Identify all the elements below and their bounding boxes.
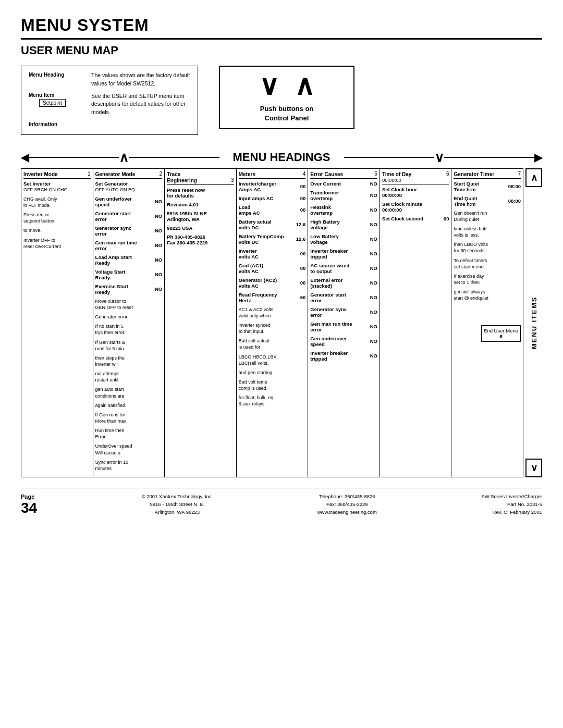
item-desc: for float, bulk, eq& aux relays (239, 394, 306, 407)
item-gen-undover: Gen under/overspeed NO (95, 196, 163, 208)
arrow-line-right2 (444, 157, 534, 158)
item-row: Voltage StartReady NO (95, 269, 163, 280)
item-no: NO (155, 286, 162, 292)
item-name: Over Current (310, 181, 368, 187)
item-press-red: Press red orsetpoint button (23, 212, 91, 225)
item-desc: To defeat timersset start = end. (454, 257, 521, 270)
item-row: Low Batteryvoltage NO (310, 233, 377, 245)
item-row: Generator starterror NO (310, 292, 377, 303)
item-no: NO (370, 181, 377, 187)
item-exercise-start: Exercise StartReady NO (95, 283, 163, 296)
item-no: NO (370, 309, 377, 315)
item-no: NO (155, 272, 162, 277)
item-name: Grid (AC1)volts AC (239, 263, 293, 274)
item-desc: inverter syncedto that input. (239, 322, 306, 335)
item-no: NO (370, 338, 377, 344)
item-desc: not attemptrestart until (95, 371, 163, 383)
item-name: External error(stacked) (310, 277, 368, 289)
legend-box: Menu Heading The values shown are the fa… (21, 66, 198, 135)
item-batt-temp-comp-used: Batt volt tempcomp is used. (239, 379, 306, 392)
end-user-menu-num: 8 (484, 334, 518, 339)
item-no: NO (370, 294, 377, 300)
item-row: Invertervolts AC 00 (239, 248, 306, 260)
page-subtitle: USER MENU MAP (21, 44, 542, 57)
item-exercise-day: If exercise dayset to 1 then (454, 273, 521, 287)
col-1-num: 1 (88, 171, 91, 177)
item-move-cursor: Move cursor toGEN OFF to reset (95, 298, 163, 312)
item-set-clock-hour: Set Clock hour00:00:00 (382, 187, 449, 199)
item-desc: again satisfied. (95, 402, 163, 409)
item-gen-sync-err: Generator syncerror NO (95, 225, 163, 238)
footer-center: © 2001 Xantrex Technology, Inc. 5916 - 1… (142, 492, 213, 516)
item-desc: LBCO,HBCO,LBX,LBC(sell volts, (239, 354, 306, 366)
item-name: Start QuietTime h:m (454, 181, 506, 192)
col-3-header: TraceEngineering 3 (167, 171, 234, 185)
item-desc: Batt volt actualis used for (239, 338, 306, 350)
item-batt-actual-used: Batt volt actualis used for (239, 338, 306, 351)
item-to-move: to move. (23, 227, 91, 235)
arrow-line-right (344, 157, 434, 158)
item-time-unless: time unless battvolts is less. (454, 226, 521, 239)
item-row: Gen under/overspeed NO (310, 336, 377, 347)
right-sidebar: ∧ MENU ITEMS ∨ (523, 168, 542, 477)
item-value: 12.6 (295, 236, 305, 242)
item-desc: Sync error in 10minutes (95, 459, 163, 472)
item-name: High Batteryvoltage (310, 219, 368, 230)
legend-desc-2: See the USER and SETUP menu item descrip… (91, 92, 190, 117)
item-row: External error(stacked) NO (310, 277, 377, 289)
item-desc: and gen starting (239, 369, 306, 376)
item-name: Set Inverter (23, 181, 91, 187)
item-row: Battery actualvolts DC 12.6 (239, 219, 306, 230)
footer-copyright: © 2001 Xantrex Technology, Inc. (142, 493, 213, 499)
item-inv-off: Inverter OFF toreset OverCurrent (23, 237, 91, 251)
item-row: Heatsinkovertemp NO (310, 204, 377, 216)
item-desc: time unless battvolts is less. (454, 226, 521, 238)
item-gen-auto-start: gen auto startconditions are (95, 386, 163, 400)
item-heatsink-overtemp: Heatsinkovertemp NO (310, 204, 377, 217)
item-desc: If Gen runs forMore than max (95, 412, 163, 424)
item-name: Set Clock minute00:00:00 (382, 201, 449, 213)
item-desc: AC1 & AC2 voltsvalid only when (239, 306, 306, 319)
item-gen-norun-quiet: Gen doesn't runDuring quiet (454, 210, 521, 224)
item-name: Revision 4.01 (167, 202, 234, 207)
item-grid-volts: Grid (AC1)volts AC 00 (239, 263, 306, 275)
item-phone: Ph 360-435-8826Fax 360-435-2229 (167, 234, 234, 246)
footer-fax-label: Fax: 360/435-2229 (326, 501, 368, 507)
item-no: NO (155, 199, 162, 204)
col-1-header: Inverter Mode 1 (23, 171, 91, 179)
col-4-header: Meters 4 (239, 171, 306, 179)
sidebar-up-arrow[interactable]: ∧ (525, 168, 542, 187)
item-set-inverter: Set Inverter OFF SRCH ON CHG (23, 181, 91, 194)
item-gen-maxrun-error: Gen max run timeerror NO (310, 321, 377, 334)
col-error-causes: Error Causes 5 Over Current NO Transform… (308, 168, 380, 477)
item-value: 00 (295, 195, 305, 201)
item-no: NO (155, 242, 162, 248)
item-name: Input amps AC (239, 195, 293, 201)
item-row: Loadamps AC 00 (239, 204, 306, 216)
item-gen-always: gen will alwaysstart @ endquiet (454, 289, 521, 302)
item-value: 00 (295, 183, 305, 189)
item-name: Set Clock hour00:00:00 (382, 187, 449, 198)
item-again-satisfied: again satisfied. (95, 402, 163, 410)
item-name: Inverter breakertripped (310, 248, 368, 260)
down-chevron-icon: ∨ (434, 151, 444, 164)
item-name: Gen max run timeerror (310, 321, 368, 332)
end-user-menu-label: End User Menu (484, 328, 518, 334)
col-7-header: Generator Timer 7 (454, 171, 521, 179)
item-name: Low Batteryvoltage (310, 233, 368, 245)
item-row: Load Amp StartReady NO (95, 254, 163, 266)
item-inv-charger-amps: Inverter/chargerAmps AC 00 (239, 181, 306, 193)
item-row: Start QuietTime h:m 08:00 (454, 181, 521, 192)
sidebar-down-arrow[interactable]: ∨ (525, 459, 542, 477)
footer-product: SW Series Inverter/Charger (481, 493, 542, 499)
item-load-amps: Loadamps AC 00 (239, 204, 306, 217)
item-batt-actual-v: Battery actualvolts DC 12.6 (239, 219, 306, 231)
col-7-title: Generator Timer (454, 171, 494, 177)
item-desc: CHG avail. Onlyin FLT mode. (23, 196, 91, 208)
button-icons: ∨ ∧ (259, 72, 314, 99)
item-set-clock-sec: Set Clock second 00 (382, 216, 449, 223)
item-load-amp-start: Load Amp StartReady NO (95, 254, 163, 267)
item-name: Press reset nowfor defaults (167, 187, 234, 199)
mh-arrow-right: ∨ ▶ (344, 151, 543, 164)
page-title: MENU SYSTEM (21, 16, 542, 40)
